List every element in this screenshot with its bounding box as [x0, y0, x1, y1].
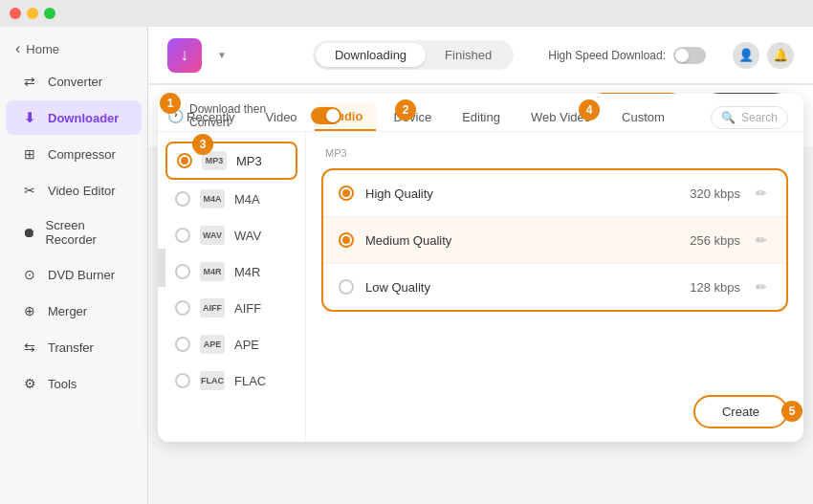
sidebar-label-converter: Converter [48, 75, 102, 89]
bell-icon[interactable]: 🔔 [767, 42, 794, 69]
mp3-label: MP3 [236, 154, 262, 168]
quality-container: High Quality 320 kbps ✏ Medium Quality 2… [321, 168, 788, 312]
m4r-icon: M4R [200, 262, 225, 281]
quality-item-medium[interactable]: Medium Quality 256 kbps ✏ [323, 217, 786, 264]
sidebar-label-dvd-burner: DVD Burner [48, 268, 115, 282]
dvd-burner-icon: ⊙ [21, 266, 38, 283]
high-quality-edit-icon[interactable]: ✏ [752, 184, 771, 203]
profile-icon[interactable]: 👤 [733, 42, 759, 69]
screen-recorder-icon: ⏺ [21, 224, 35, 241]
sidebar-item-converter[interactable]: ⇄ Converter [6, 64, 142, 99]
wav-icon: WAV [200, 226, 225, 245]
app-body: Home ⇄ Converter ⬇ Downloader ⊞ Compress… [0, 27, 813, 504]
format-overlay-panel: ‹ Recently Video Audio Device Editing We… [158, 94, 803, 442]
mp3-hint-label: MP3 [321, 145, 788, 164]
home-label: Home [26, 42, 59, 56]
wav-label: WAV [234, 229, 261, 243]
sidebar: Home ⇄ Converter ⬇ Downloader ⊞ Compress… [0, 27, 148, 504]
low-quality-label: Low Quality [365, 280, 678, 295]
high-quality-label: High Quality [365, 186, 678, 201]
format-item-flac[interactable]: FLAC FLAC [165, 363, 297, 398]
merger-icon: ⊕ [21, 302, 38, 319]
low-quality-radio [339, 279, 354, 295]
sidebar-label-compressor: Compressor [48, 147, 116, 162]
content: ↓ ▼ Downloading Finished High Speed Down… [148, 27, 813, 504]
sidebar-label-video-editor: Video Editor [48, 184, 116, 198]
badge-5: 5 [781, 401, 802, 422]
create-button[interactable]: Create [693, 395, 788, 428]
tab-custom[interactable]: Custom [608, 104, 678, 130]
ape-icon: APE [200, 335, 225, 354]
badge-1: 1 [160, 93, 181, 114]
sidebar-item-dvd-burner[interactable]: ⊙ DVD Burner [6, 257, 142, 292]
format-item-mp3[interactable]: MP3 MP3 [165, 142, 297, 180]
sidebar-item-video-editor[interactable]: ✂ Video Editor [6, 173, 142, 208]
sidebar-item-compressor[interactable]: ⊞ Compressor [6, 137, 142, 171]
badge-3: 3 [192, 134, 213, 155]
flac-label: FLAC [234, 374, 266, 388]
download-convert-text: Download then Convert [189, 102, 305, 129]
aiff-label: AIFF [234, 301, 261, 316]
quality-item-high[interactable]: High Quality 320 kbps ✏ [323, 170, 786, 217]
format-item-wav[interactable]: WAV WAV [165, 218, 297, 252]
high-speed-section: High Speed Download: [548, 47, 706, 64]
maximize-button[interactable] [44, 8, 55, 19]
low-quality-edit-icon[interactable]: ✏ [752, 277, 771, 296]
tools-icon: ⚙ [21, 375, 38, 392]
search-box[interactable]: 🔍 Search [711, 106, 788, 129]
m4r-radio [175, 264, 190, 279]
m4a-radio [175, 191, 190, 207]
flac-icon: FLAC [200, 371, 225, 390]
m4a-label: M4A [234, 192, 260, 207]
tab-group: Downloading Finished [313, 40, 514, 70]
high-quality-bitrate: 320 kbps [690, 186, 740, 201]
quality-item-low[interactable]: Low Quality 128 kbps ✏ [323, 264, 786, 310]
search-icon: 🔍 [721, 111, 736, 124]
dropdown-arrow-icon[interactable]: ▼ [217, 50, 227, 60]
sidebar-item-merger[interactable]: ⊕ Merger [6, 294, 142, 328]
compressor-icon: ⊞ [21, 145, 38, 163]
badge-4: 4 [579, 99, 600, 121]
badge-2: 2 [395, 99, 416, 121]
medium-quality-label: Medium Quality [365, 233, 678, 248]
tab-editing[interactable]: Editing [449, 104, 514, 130]
app-icon: ↓ [167, 38, 202, 73]
high-quality-radio [339, 186, 354, 201]
minimize-button[interactable] [27, 8, 38, 19]
flac-radio [175, 373, 190, 388]
ape-label: APE [234, 338, 259, 352]
medium-quality-radio [339, 232, 354, 248]
wav-radio [175, 228, 190, 243]
format-item-m4a[interactable]: M4A M4A [165, 182, 297, 216]
collapse-arrow-icon[interactable]: ‹ [158, 249, 165, 287]
sidebar-item-transfer[interactable]: ⇆ Transfer [6, 330, 142, 364]
sidebar-item-screen-recorder[interactable]: ⏺ Screen Recorder [6, 209, 142, 255]
ape-radio [175, 337, 190, 352]
downloader-icon: ⬇ [21, 109, 38, 126]
sidebar-item-tools[interactable]: ⚙ Tools [6, 366, 142, 401]
high-speed-toggle[interactable] [673, 47, 706, 64]
format-item-ape[interactable]: APE APE [165, 327, 297, 362]
high-speed-label: High Speed Download: [548, 49, 666, 62]
tab-downloading[interactable]: Downloading [316, 43, 426, 67]
medium-quality-bitrate: 256 kbps [690, 233, 740, 248]
download-convert-toggle[interactable] [311, 107, 342, 124]
sidebar-label-transfer: Transfer [48, 340, 94, 355]
sidebar-label-merger: Merger [48, 304, 87, 318]
format-item-m4r[interactable]: M4R M4R [165, 254, 297, 289]
main-area: ‹ Recently Video Audio Device Editing We… [148, 84, 813, 504]
sidebar-home[interactable]: Home [0, 34, 147, 63]
m4a-icon: M4A [200, 189, 225, 208]
format-item-aiff[interactable]: AIFF AIFF [165, 291, 297, 325]
close-button[interactable] [10, 8, 21, 19]
titlebar [0, 0, 813, 27]
low-quality-bitrate: 128 kbps [690, 280, 740, 295]
video-editor-icon: ✂ [21, 182, 38, 199]
tab-finished[interactable]: Finished [426, 43, 511, 67]
aiff-icon: AIFF [200, 298, 225, 318]
sidebar-label-tools: Tools [48, 377, 77, 391]
medium-quality-edit-icon[interactable]: ✏ [752, 230, 771, 250]
sidebar-item-downloader[interactable]: ⬇ Downloader [6, 100, 142, 135]
converter-icon: ⇄ [21, 73, 38, 90]
download-convert-label: Download then Convert [189, 102, 305, 129]
